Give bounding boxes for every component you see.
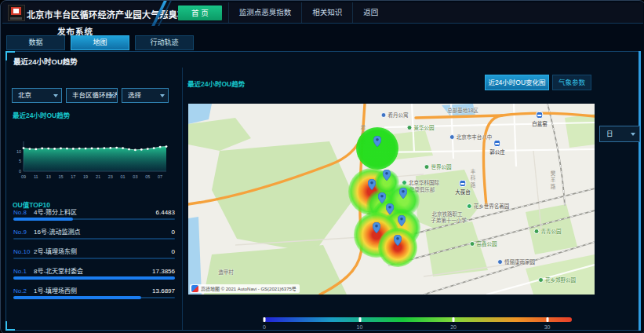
app-header: 北京市丰台区循环经济产业园大气恶臭状况实时 首 页监测点恶臭指数相关知识返回 <box>2 2 643 24</box>
site-marker-icon-6[interactable] <box>398 215 406 229</box>
nav-item-0[interactable]: 首 页 <box>178 5 222 20</box>
nav-item-3[interactable]: 返回 <box>352 2 388 23</box>
map-attribution: 高德地图 © 2021 AutoNavi - GS(2021)6375号 <box>190 284 300 293</box>
rank-label: No.10 <box>13 248 34 255</box>
map-label-4: 北京市丰台八中 <box>449 133 493 141</box>
svg-text:07: 07 <box>158 174 162 179</box>
chevron-down-icon <box>109 94 114 97</box>
ou-value: 17.3856 <box>152 268 175 275</box>
ou-top-row-0: No.84号-筛分上料区6.4483 <box>13 207 175 220</box>
park-icon <box>538 277 544 283</box>
site-marker-icon-4[interactable] <box>386 203 394 218</box>
poi-icon <box>381 112 387 118</box>
ou-top-row-4: No.21号-填埋场西侧13.6897 <box>13 286 175 298</box>
map-label-0: 看丹公寓 <box>381 111 409 119</box>
poi-green-icon <box>467 203 472 209</box>
nav-item-1[interactable]: 监测点恶臭指数 <box>228 2 302 23</box>
scale-tick-label: 30 <box>544 324 551 330</box>
weather-params-button[interactable]: 气象参数 <box>552 75 591 90</box>
map-canvas[interactable]: 看丹公寓景华公园总部基地18区白盆窑北京市丰台八中郭公庄世界公园北京华科国际健康… <box>188 104 595 295</box>
svg-text:09: 09 <box>21 174 26 179</box>
map-label-2: 总部基地18区 <box>447 106 478 114</box>
site-marker-icon-7[interactable] <box>373 222 380 236</box>
period-select[interactable]: 日 <box>599 126 640 142</box>
main-nav: 首 页监测点恶臭指数相关知识返回 <box>178 2 388 23</box>
svg-text:23: 23 <box>108 174 113 179</box>
main-panel: 最近24小时OU趋势 北京丰台区循环经济产选择 最近24小时OU趋势 05100… <box>5 51 640 331</box>
svg-text:05: 05 <box>145 174 150 179</box>
map-label-15: 青青公园 <box>534 227 562 235</box>
amap-logo-icon <box>191 285 198 292</box>
ou-change-map-button[interactable]: 近24小时OU变化图 <box>485 75 549 90</box>
ou-top-list: No.84号-筛分上料区6.4483No.916号-流动监测点0No.102号-… <box>13 207 175 306</box>
site-name: 2号-填埋场东侧 <box>34 247 172 255</box>
site-marker-icon-3[interactable] <box>378 192 386 207</box>
metro-icon <box>537 112 544 119</box>
site-marker-icon-8[interactable] <box>394 235 402 249</box>
chevron-down-icon <box>631 133 635 136</box>
metro-icon <box>494 140 501 147</box>
rank-label: No.2 <box>13 287 34 295</box>
svg-text:19: 19 <box>83 174 88 179</box>
rank-label: No.8 <box>13 209 34 216</box>
svg-text:15: 15 <box>58 174 63 179</box>
chevron-down-icon <box>53 94 58 97</box>
filter-select-2[interactable]: 选择 <box>122 88 169 103</box>
svg-text:10: 10 <box>16 149 21 154</box>
company-logo-icon <box>8 5 25 21</box>
scale-gradient-bar <box>264 317 572 322</box>
panel-title: 最近24小时OU趋势 <box>13 56 78 67</box>
scale-tick-mark <box>546 317 548 322</box>
metro-icon <box>460 180 467 187</box>
map-label-16: 花乡郊野公园 <box>538 276 576 284</box>
tab-1[interactable]: 地图 <box>71 35 129 50</box>
view-tabs: 数据地图行动轨迹 <box>6 35 194 50</box>
ou-value: 0 <box>172 229 175 236</box>
site-marker-icon-5[interactable] <box>399 188 407 202</box>
site-name: 1号-填埋场西侧 <box>34 286 152 295</box>
svg-text:01: 01 <box>121 174 126 179</box>
left-column: 北京丰台区循环经济产选择 最近24小时OU趋势 0510091113151719… <box>6 68 183 330</box>
tab-0[interactable]: 数据 <box>6 35 65 50</box>
value-bar-fill <box>13 276 175 280</box>
site-name: 4号-筛分上料区 <box>34 207 156 216</box>
rank-label: No.1 <box>13 268 34 275</box>
nav-item-2[interactable]: 相关知识 <box>301 2 352 23</box>
map-label-5: 郭公庄 <box>489 140 505 156</box>
value-bar-fill <box>13 218 73 221</box>
ou-value: 0 <box>172 248 175 255</box>
value-bar-track <box>13 297 175 298</box>
park-icon <box>470 241 475 247</box>
map-label-20: 樊羊路 <box>548 170 556 191</box>
filter-select-1[interactable]: 丰台区循环经济产 <box>66 88 118 103</box>
ou-top-row-2: No.102号-填埋场东侧0 <box>13 247 175 259</box>
svg-text:5: 5 <box>19 159 21 163</box>
tab-2[interactable]: 行动轨迹 <box>135 35 194 50</box>
scale-tick-mark <box>453 317 455 322</box>
svg-text:13: 13 <box>46 174 51 179</box>
ou-top-row-3: No.18号-北天堂村委会17.3856 <box>13 266 175 279</box>
map-label-3: 白盆窑 <box>532 112 548 127</box>
park-icon <box>407 125 413 130</box>
site-marker-icon-0[interactable] <box>373 136 381 150</box>
map-label-17: 造甲村 <box>218 268 234 276</box>
app-root: 北京市丰台区循环经济产业园大气恶臭状况实时 首 页监测点恶臭指数相关知识返回 发… <box>0 0 644 333</box>
filter-select-0[interactable]: 北京 <box>12 88 62 103</box>
poi-icon <box>449 134 455 140</box>
value-bar-track <box>13 218 175 220</box>
park-icon <box>534 229 540 234</box>
map-label-10: 花乡世界名著园 <box>467 202 510 210</box>
scale-tick-label: 10 <box>357 324 363 330</box>
scale-tick-mark <box>358 317 361 322</box>
svg-text:0: 0 <box>19 169 21 174</box>
svg-text:11: 11 <box>34 174 38 179</box>
site-marker-icon-1[interactable] <box>368 179 376 193</box>
scale-tick-label: 0 <box>263 324 266 330</box>
value-bar-fill <box>13 296 141 299</box>
map-label-13: 高鑫公园 <box>470 240 497 247</box>
site-marker-icon-2[interactable] <box>383 170 391 184</box>
map-label-12: 子弟第十一小学 <box>431 216 467 224</box>
value-bar-track <box>13 258 175 259</box>
ou-value: 6.4483 <box>156 209 175 216</box>
svg-text:21: 21 <box>96 174 100 179</box>
